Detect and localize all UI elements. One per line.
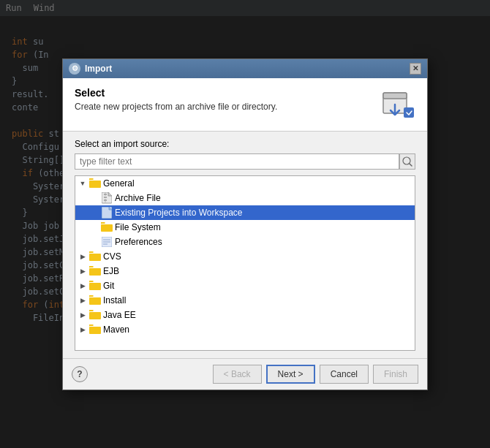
folder-icon-java-ee <box>89 309 101 321</box>
import-dialog: ⚙ Import ✕ Select Create new projects fr… <box>62 58 428 390</box>
svg-rect-1 <box>383 93 407 99</box>
expand-icon-filesystem <box>90 223 99 232</box>
dialog-titlebar: ⚙ Import ✕ <box>63 59 427 78</box>
dialog-header: Select Create new projects from an archi… <box>63 78 427 132</box>
svg-rect-17 <box>89 254 101 261</box>
tree-item-git[interactable]: ▶ Git <box>75 278 415 293</box>
close-button[interactable]: ✕ <box>410 63 421 75</box>
tree-item-cvs[interactable]: ▶ CVS <box>75 249 415 264</box>
tree-item-install[interactable]: ▶ Install <box>75 293 415 308</box>
dialog-footer: ? < Back Next > Cancel Finish <box>63 358 427 390</box>
svg-rect-19 <box>89 283 101 290</box>
tree-label-general: General <box>103 178 135 189</box>
dialog-title: Import <box>85 64 112 74</box>
header-description: Create new projects from an archive file… <box>75 102 277 112</box>
svg-rect-21 <box>89 312 101 319</box>
tree-label-filesystem: File System <box>115 222 161 232</box>
tree-label-maven: Maven <box>103 324 129 335</box>
expand-icon-install: ▶ <box>78 296 87 305</box>
gear-icon: ⚙ <box>69 63 80 75</box>
titlebar-left: ⚙ Import <box>69 63 112 75</box>
expand-icon-archive <box>90 194 99 202</box>
tree-item-general[interactable]: ▼ General <box>75 176 415 191</box>
tree-label-existing: Existing Projects into Workspace <box>115 208 243 218</box>
import-icon <box>380 87 415 122</box>
folder-icon-ejb <box>89 265 101 277</box>
back-button[interactable]: < Back <box>213 365 262 384</box>
tree-label-cvs: CVS <box>103 251 121 262</box>
tree-item-preferences[interactable]: Preferences <box>75 235 415 249</box>
svg-rect-5 <box>89 181 101 188</box>
tree-label-prefs: Preferences <box>115 237 162 247</box>
svg-rect-22 <box>89 327 101 334</box>
expand-icon-git: ▶ <box>78 281 87 290</box>
folder-icon-cvs <box>89 251 101 262</box>
svg-rect-10 <box>104 200 107 201</box>
svg-rect-18 <box>89 268 101 276</box>
tree-item-java-ee[interactable]: ▶ Java EE <box>75 308 415 322</box>
tree-label-java-ee: Java EE <box>103 310 136 320</box>
folder-icon-filesystem <box>101 221 113 233</box>
expand-icon-cvs: ▶ <box>78 252 87 261</box>
cancel-button[interactable]: Cancel <box>320 365 369 384</box>
filter-input[interactable] <box>75 153 399 170</box>
svg-line-4 <box>410 164 412 166</box>
expand-icon-java-ee: ▶ <box>78 311 87 319</box>
svg-rect-12 <box>101 224 113 232</box>
footer-left: ? <box>72 366 88 382</box>
tree-item-archive-file[interactable]: Archive File <box>75 191 415 205</box>
modal-overlay: ⚙ Import ✕ Select Create new projects fr… <box>0 0 490 448</box>
finish-button[interactable]: Finish <box>373 365 418 384</box>
tree-label-ejb: EJB <box>103 266 119 276</box>
file-icon-archive <box>101 192 113 204</box>
tree-item-file-system[interactable]: File System <box>75 220 415 235</box>
tree-label-archive-file: Archive File <box>115 193 161 203</box>
expand-icon-prefs <box>90 238 99 246</box>
tree-item-maven[interactable]: ▶ Maven <box>75 322 415 337</box>
expand-icon-existing <box>90 208 99 217</box>
file-icon-existing <box>101 207 113 219</box>
folder-icon-maven <box>89 324 101 335</box>
expand-icon-maven: ▶ <box>78 325 87 334</box>
svg-rect-20 <box>89 297 101 305</box>
header-text: Select Create new projects from an archi… <box>75 87 277 112</box>
section-label: Select an import source: <box>75 139 415 149</box>
svg-rect-8 <box>104 194 107 195</box>
file-icon-prefs <box>101 236 113 248</box>
dialog-body: Select an import source: ▼ <box>63 132 427 358</box>
expand-icon-general: ▼ <box>78 179 87 188</box>
svg-rect-2 <box>404 107 414 118</box>
tree-item-existing-projects[interactable]: Existing Projects into Workspace <box>75 205 415 220</box>
tree-label-install: Install <box>103 295 126 305</box>
filter-row <box>75 153 415 170</box>
help-button[interactable]: ? <box>72 366 88 382</box>
next-button[interactable]: Next > <box>266 365 315 384</box>
folder-icon-git <box>89 280 101 292</box>
tree-label-git: Git <box>103 281 114 291</box>
folder-icon-install <box>89 295 101 306</box>
svg-rect-9 <box>104 197 107 198</box>
expand-icon-ejb: ▶ <box>78 267 87 276</box>
folder-icon-general <box>89 178 101 189</box>
header-title: Select <box>75 87 277 99</box>
footer-buttons: < Back Next > Cancel Finish <box>213 365 418 384</box>
filter-clear-button[interactable] <box>399 153 415 170</box>
tree-container[interactable]: ▼ General <box>75 175 415 351</box>
tree-item-ejb[interactable]: ▶ EJB <box>75 264 415 278</box>
